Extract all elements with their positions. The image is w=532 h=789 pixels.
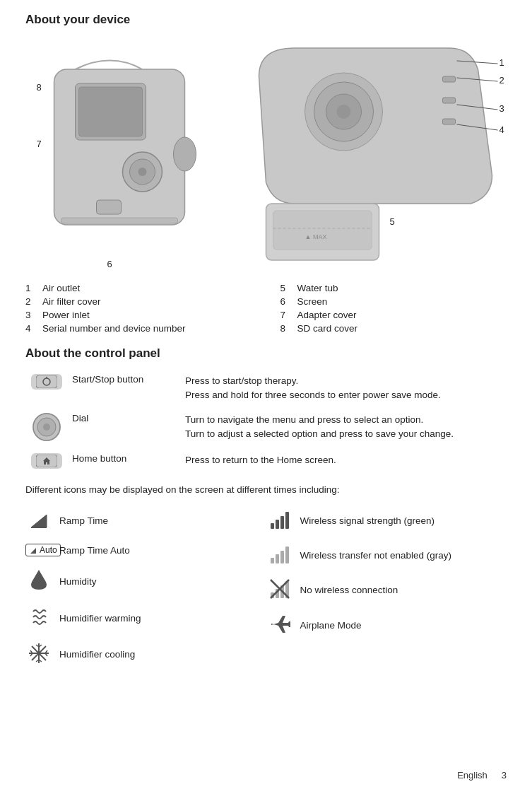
svg-text:7: 7 [37,139,42,149]
part-label: Screen [297,296,328,307]
icon-row-ramp-time: Ramp Time [25,503,266,538]
wireless-gray-icon [266,544,293,567]
no-wireless-icon [266,578,293,602]
icon-row-humidifier-warming: Humidifier warming [25,600,266,636]
part-number: 3 [25,310,37,320]
svg-rect-7 [61,218,178,223]
ramp-auto-icon: Auto [25,544,52,557]
part-number: 2 [25,296,37,307]
part-number: 7 [280,310,292,320]
footer-page-num: 3 [502,770,507,781]
part-label: Power inlet [42,310,90,320]
device-diagram-svg: 8 7 6 [25,34,507,274]
part-label: Water tub [297,283,338,293]
part-item: 4 Serial number and device number [25,322,252,335]
part-number: 4 [25,323,37,334]
svg-point-5 [138,168,147,176]
part-number: 8 [280,323,292,334]
part-item: 5 Water tub [280,281,507,295]
part-label: Serial number and device number [42,323,186,334]
wireless-gray-label: Wireless transfer not enabled (gray) [300,550,452,561]
airplane-icon [266,613,293,638]
icon-row-humidity: Humidity [25,563,266,600]
part-item: 7 Adapter cover [280,308,507,322]
part-number: 6 [280,296,292,307]
svg-rect-16 [443,76,456,82]
svg-text:2: 2 [500,75,504,86]
icon-row-ramp-auto: Auto Ramp Time Auto [25,538,266,563]
wireless-green-icon [266,509,293,532]
svg-rect-60 [280,551,284,563]
svg-text:6: 6 [107,259,112,269]
svg-marker-39 [31,515,47,527]
part-label: Air outlet [42,283,80,293]
page-footer: English 3 [457,770,507,781]
icon-row-airplane: Airplane Mode [266,607,507,643]
humidifier-cooling-icon [25,642,52,667]
icon-row-wireless-green: Wireless signal strength (green) [266,503,507,538]
dial-label: Dial [68,408,181,448]
ramp-auto-badge: Auto [25,544,61,556]
humidity-icon [25,568,52,595]
part-label: Adapter cover [297,310,357,320]
icons-col-right: Wireless signal strength (green) Wireles… [266,503,507,672]
control-row-start-stop: Start/Stop button Press to start/stop th… [25,369,507,408]
control-row-home: Home button Press to return to the Home … [25,448,507,474]
svg-rect-2 [79,87,143,136]
svg-point-11 [174,137,196,171]
home-button-desc: Press to return to the Home screen. [181,448,507,474]
home-icon-cell [25,448,68,474]
airplane-label: Airplane Mode [300,620,362,631]
control-panel-table: Start/Stop button Press to start/stop th… [25,369,507,474]
part-item: 8 SD card cover [280,322,507,335]
humidifier-cooling-label: Humidifier cooling [59,649,135,660]
ramp-time-label: Ramp Time [59,515,108,526]
svg-rect-18 [443,119,456,124]
footer-language: English [457,770,487,781]
wireless-green-label: Wireless signal strength (green) [300,515,435,526]
ramp-auto-label: Ramp Time Auto [59,545,130,556]
humidity-label: Humidity [59,576,97,587]
svg-text:8: 8 [37,82,42,93]
ramp-time-icon [25,509,52,532]
part-number: 1 [25,283,37,293]
page-container: About your device 8 7 [0,0,532,685]
svg-rect-59 [276,554,279,563]
home-button-label: Home button [68,448,181,474]
dial-icon [32,413,61,441]
part-item: 6 Screen [280,295,507,308]
control-row-dial: Dial Turn to navigate the menu and press… [25,408,507,448]
device-diagram: 8 7 6 [25,34,507,274]
start-stop-icon [31,374,62,390]
svg-point-37 [43,423,50,431]
svg-text:▲ MAX: ▲ MAX [305,233,327,240]
icon-row-wireless-gray: Wireless transfer not enabled (gray) [266,538,507,573]
icon-row-humidifier-cooling: Humidifier cooling [25,636,266,672]
svg-text:4: 4 [500,124,504,135]
icon-row-no-wireless: No wireless connection [266,573,507,607]
svg-rect-56 [280,516,284,529]
part-item: 1 Air outlet [25,281,252,295]
page-title: About your device [25,13,507,27]
svg-rect-6 [97,200,122,214]
part-number: 5 [280,283,292,293]
svg-rect-54 [271,523,274,529]
icons-intro-text: Different icons may be displayed on the … [25,484,507,495]
icons-grid: Ramp Time Auto Ramp Time Auto [25,503,507,672]
start-stop-label: Start/Stop button [68,369,181,408]
svg-text:3: 3 [500,103,504,114]
svg-point-15 [337,105,351,119]
part-item: 3 Power inlet [25,308,252,322]
start-stop-desc: Press to start/stop therapy. Press and h… [181,369,507,408]
svg-rect-58 [271,558,274,563]
humidifier-warming-icon [25,606,52,631]
home-button-icon [31,453,62,469]
start-stop-icon-cell [25,369,68,408]
part-label: SD card cover [297,323,358,334]
svg-rect-55 [276,520,279,529]
parts-list: 1 Air outlet 2 Air filter cover 3 Power … [25,281,507,335]
svg-text:1: 1 [500,57,504,68]
part-label: Air filter cover [42,296,101,307]
humidifier-warming-label: Humidifier warming [59,613,141,624]
dial-icon-cell [25,408,68,448]
